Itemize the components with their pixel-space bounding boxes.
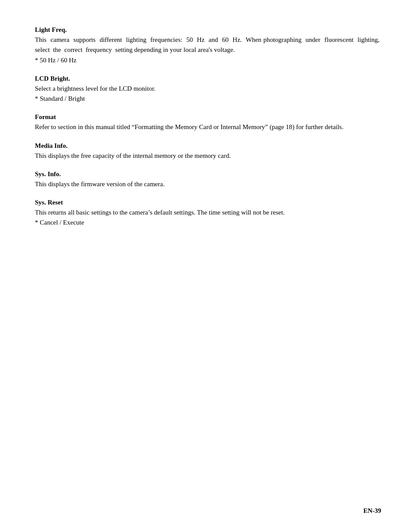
section-light-freq: Light Freq. This camera supports differe… <box>35 26 381 65</box>
section-title-format: Format <box>35 113 381 121</box>
section-sys-reset: Sys. Reset This returns all basic settin… <box>35 199 381 228</box>
section-body-media-info: This displays the free capacity of the i… <box>35 151 381 161</box>
section-body-light-freq: This camera supports different lighting … <box>35 35 381 55</box>
page-number: EN-39 <box>363 507 381 515</box>
section-sys-info: Sys. Info. This displays the firmware ve… <box>35 171 381 189</box>
section-body-lcd-bright: Select a brightness level for the LCD mo… <box>35 84 381 94</box>
section-options-sys-reset: * Cancel / Execute <box>35 218 381 228</box>
section-options-lcd-bright: * Standard / Bright <box>35 94 381 104</box>
section-lcd-bright: LCD Bright. Select a brightness level fo… <box>35 75 381 104</box>
section-title-media-info: Media Info. <box>35 142 381 150</box>
page: Light Freq. This camera supports differe… <box>0 0 416 532</box>
section-body-format: Refer to section in this manual titled “… <box>35 122 381 132</box>
section-options-light-freq: * 50 Hz / 60 Hz <box>35 55 381 65</box>
section-format: Format Refer to section in this manual t… <box>35 113 381 132</box>
section-title-lcd-bright: LCD Bright. <box>35 75 381 82</box>
section-body-sys-info: This displays the firmware version of th… <box>35 179 381 189</box>
section-title-light-freq: Light Freq. <box>35 26 381 34</box>
section-media-info: Media Info. This displays the free capac… <box>35 142 381 161</box>
section-body-sys-reset: This returns all basic settings to the c… <box>35 208 381 218</box>
section-title-sys-info: Sys. Info. <box>35 171 381 178</box>
section-title-sys-reset: Sys. Reset <box>35 199 381 206</box>
